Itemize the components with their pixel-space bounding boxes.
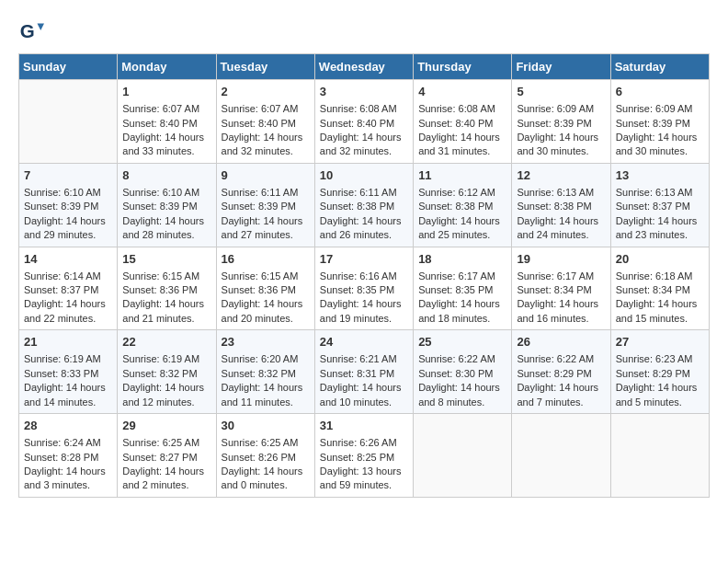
calendar-cell: 11Sunrise: 6:12 AMSunset: 8:38 PMDayligh… xyxy=(414,163,512,247)
day-number: 26 xyxy=(517,334,605,350)
day-info: and 21 minutes. xyxy=(122,312,210,326)
calendar-table: SundayMondayTuesdayWednesdayThursdayFrid… xyxy=(18,53,710,498)
day-info: Sunset: 8:34 PM xyxy=(616,283,704,297)
day-number: 10 xyxy=(320,167,408,184)
day-info: and 28 minutes. xyxy=(122,228,210,242)
calendar-cell xyxy=(610,414,709,498)
day-info: Daylight: 14 hours xyxy=(222,214,310,228)
day-info: Sunrise: 6:10 AM xyxy=(122,186,210,200)
day-info: Daylight: 14 hours xyxy=(222,131,310,144)
day-info: Sunrise: 6:22 AM xyxy=(517,352,605,366)
day-info: Sunset: 8:25 PM xyxy=(320,451,408,465)
day-info: Daylight: 14 hours xyxy=(517,381,605,395)
day-info: and 5 minutes. xyxy=(616,396,704,409)
calendar-cell: 15Sunrise: 6:15 AMSunset: 8:36 PMDayligh… xyxy=(118,247,216,330)
calendar-cell: 8Sunrise: 6:10 AMSunset: 8:39 PMDaylight… xyxy=(118,163,216,247)
calendar-week-4: 21Sunrise: 6:19 AMSunset: 8:33 PMDayligh… xyxy=(19,330,710,414)
calendar-cell: 10Sunrise: 6:11 AMSunset: 8:38 PMDayligh… xyxy=(314,163,413,247)
calendar-cell: 19Sunrise: 6:17 AMSunset: 8:34 PMDayligh… xyxy=(512,247,610,330)
day-info: Sunset: 8:37 PM xyxy=(616,200,704,213)
calendar-cell: 28Sunrise: 6:24 AMSunset: 8:28 PMDayligh… xyxy=(19,414,118,498)
day-info: and 29 minutes. xyxy=(24,228,112,242)
calendar-cell: 21Sunrise: 6:19 AMSunset: 8:33 PMDayligh… xyxy=(19,330,118,414)
day-info: and 22 minutes. xyxy=(24,312,112,326)
calendar-cell: 1Sunrise: 6:07 AMSunset: 8:40 PMDaylight… xyxy=(118,80,216,164)
day-info: Sunset: 8:35 PM xyxy=(320,283,408,297)
day-info: and 15 minutes. xyxy=(616,312,704,326)
day-number: 2 xyxy=(222,84,310,100)
day-info: Sunrise: 6:11 AM xyxy=(222,186,310,200)
day-info: Sunset: 8:39 PM xyxy=(122,200,210,213)
day-info: Sunrise: 6:10 AM xyxy=(24,186,112,200)
calendar-cell: 23Sunrise: 6:20 AMSunset: 8:32 PMDayligh… xyxy=(216,330,314,414)
day-info: and 0 minutes. xyxy=(222,478,310,492)
day-number: 29 xyxy=(122,418,210,434)
calendar-cell: 26Sunrise: 6:22 AMSunset: 8:29 PMDayligh… xyxy=(512,330,610,414)
calendar-cell xyxy=(414,414,512,498)
svg-text:G: G xyxy=(20,20,35,41)
day-info: and 32 minutes. xyxy=(222,144,310,158)
logo-icon: G xyxy=(18,18,44,44)
day-info: Sunrise: 6:23 AM xyxy=(616,352,704,366)
logo: G xyxy=(18,18,48,44)
day-info: Daylight: 14 hours xyxy=(517,131,605,144)
day-info: Daylight: 14 hours xyxy=(24,465,112,478)
calendar-cell: 29Sunrise: 6:25 AMSunset: 8:27 PMDayligh… xyxy=(118,414,216,498)
day-info: Daylight: 14 hours xyxy=(320,297,408,311)
day-info: Daylight: 14 hours xyxy=(418,214,506,228)
calendar-cell: 16Sunrise: 6:15 AMSunset: 8:36 PMDayligh… xyxy=(216,247,314,330)
day-info: Sunrise: 6:08 AM xyxy=(320,102,408,116)
day-number: 11 xyxy=(418,167,506,184)
calendar-cell: 30Sunrise: 6:25 AMSunset: 8:26 PMDayligh… xyxy=(216,414,314,498)
day-info: and 24 minutes. xyxy=(517,228,605,242)
calendar-cell: 27Sunrise: 6:23 AMSunset: 8:29 PMDayligh… xyxy=(610,330,709,414)
day-info: Sunrise: 6:17 AM xyxy=(418,270,506,283)
day-info: Daylight: 14 hours xyxy=(24,297,112,311)
day-number: 24 xyxy=(320,334,408,350)
day-info: Daylight: 13 hours xyxy=(320,465,408,478)
day-info: Sunrise: 6:08 AM xyxy=(418,102,506,116)
day-info: Sunset: 8:36 PM xyxy=(222,283,310,297)
day-info: Sunrise: 6:26 AM xyxy=(320,436,408,450)
day-info: Daylight: 14 hours xyxy=(418,297,506,311)
day-info: Sunrise: 6:20 AM xyxy=(222,352,310,366)
page-header: G xyxy=(18,18,710,44)
day-number: 12 xyxy=(517,167,605,184)
day-info: and 14 minutes. xyxy=(24,396,112,409)
day-info: and 16 minutes. xyxy=(517,312,605,326)
day-number: 23 xyxy=(222,334,310,350)
day-info: Daylight: 14 hours xyxy=(320,214,408,228)
day-info: Daylight: 14 hours xyxy=(320,381,408,395)
calendar-cell: 31Sunrise: 6:26 AMSunset: 8:25 PMDayligh… xyxy=(314,414,413,498)
day-info: Sunrise: 6:14 AM xyxy=(24,270,112,283)
weekday-header-friday: Friday xyxy=(512,54,610,80)
day-info: Sunrise: 6:11 AM xyxy=(320,186,408,200)
day-number: 8 xyxy=(122,167,210,184)
day-info: Sunset: 8:39 PM xyxy=(517,117,605,131)
day-info: Daylight: 14 hours xyxy=(122,131,210,144)
calendar-week-3: 14Sunrise: 6:14 AMSunset: 8:37 PMDayligh… xyxy=(19,247,710,330)
day-number: 14 xyxy=(24,251,112,268)
calendar-cell: 12Sunrise: 6:13 AMSunset: 8:38 PMDayligh… xyxy=(512,163,610,247)
day-info: Sunset: 8:31 PM xyxy=(320,367,408,381)
day-info: Sunset: 8:30 PM xyxy=(418,367,506,381)
day-number: 27 xyxy=(616,334,704,350)
day-info: Sunrise: 6:15 AM xyxy=(222,270,310,283)
day-number: 21 xyxy=(24,334,112,350)
day-number: 25 xyxy=(418,334,506,350)
calendar-cell: 17Sunrise: 6:16 AMSunset: 8:35 PMDayligh… xyxy=(314,247,413,330)
weekday-header-thursday: Thursday xyxy=(414,54,512,80)
day-number: 1 xyxy=(122,84,210,100)
day-number: 18 xyxy=(418,251,506,268)
svg-marker-1 xyxy=(38,24,44,30)
day-number: 4 xyxy=(418,84,506,100)
day-info: Sunset: 8:40 PM xyxy=(222,117,310,131)
weekday-header-saturday: Saturday xyxy=(610,54,709,80)
day-info: Sunrise: 6:07 AM xyxy=(222,102,310,116)
day-info: Daylight: 14 hours xyxy=(222,381,310,395)
day-info: Sunrise: 6:19 AM xyxy=(24,352,112,366)
day-info: Sunset: 8:38 PM xyxy=(418,200,506,213)
day-info: Daylight: 14 hours xyxy=(222,297,310,311)
weekday-header-tuesday: Tuesday xyxy=(216,54,314,80)
calendar-cell: 14Sunrise: 6:14 AMSunset: 8:37 PMDayligh… xyxy=(19,247,118,330)
